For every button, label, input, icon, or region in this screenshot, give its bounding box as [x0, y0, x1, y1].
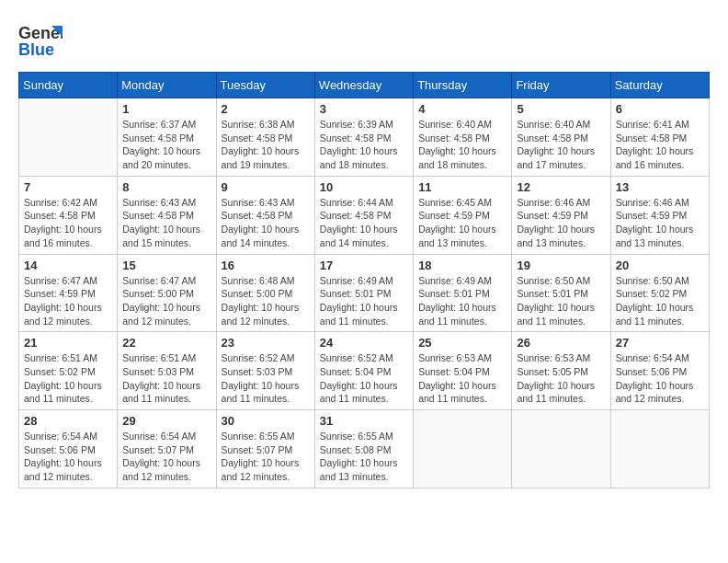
day-number: 24 — [320, 336, 408, 350]
day-number: 20 — [616, 259, 704, 272]
day-info: Sunrise: 6:51 AMSunset: 5:03 PMDaylight:… — [122, 351, 210, 406]
day-info: Sunrise: 6:51 AMSunset: 5:02 PMDaylight:… — [24, 351, 112, 406]
day-info: Sunrise: 6:54 AMSunset: 5:06 PMDaylight:… — [616, 351, 704, 406]
day-number: 7 — [24, 180, 112, 194]
calendar-cell: 21Sunrise: 6:51 AMSunset: 5:02 PMDayligh… — [19, 332, 118, 410]
calendar-cell: 10Sunrise: 6:44 AMSunset: 4:58 PMDayligh… — [314, 176, 413, 254]
day-number: 23 — [222, 336, 310, 350]
day-info: Sunrise: 6:55 AMSunset: 5:07 PMDaylight:… — [222, 430, 310, 484]
weekday-header-tuesday: Tuesday — [216, 73, 314, 98]
calendar-cell: 25Sunrise: 6:53 AMSunset: 5:04 PMDayligh… — [414, 332, 512, 410]
day-info: Sunrise: 6:40 AMSunset: 4:58 PMDaylight:… — [517, 118, 605, 172]
day-number: 26 — [517, 336, 605, 350]
day-number: 2 — [222, 102, 310, 116]
day-info: Sunrise: 6:39 AMSunset: 4:58 PMDaylight:… — [320, 118, 408, 172]
day-info: Sunrise: 6:38 AMSunset: 4:58 PMDaylight:… — [222, 118, 310, 172]
calendar-cell: 2Sunrise: 6:38 AMSunset: 4:58 PMDaylight… — [216, 98, 314, 177]
calendar-cell: 29Sunrise: 6:54 AMSunset: 5:07 PMDayligh… — [118, 410, 216, 488]
day-number: 28 — [24, 414, 112, 428]
calendar-cell: 15Sunrise: 6:47 AMSunset: 5:00 PMDayligh… — [118, 254, 216, 332]
day-info: Sunrise: 6:53 AMSunset: 5:04 PMDaylight:… — [418, 351, 506, 406]
weekday-header-thursday: Thursday — [414, 73, 512, 98]
calendar-cell: 9Sunrise: 6:43 AMSunset: 4:58 PMDaylight… — [216, 176, 314, 254]
calendar-cell: 27Sunrise: 6:54 AMSunset: 5:06 PMDayligh… — [610, 332, 709, 410]
calendar-cell: 22Sunrise: 6:51 AMSunset: 5:03 PMDayligh… — [118, 332, 216, 410]
calendar-cell: 24Sunrise: 6:52 AMSunset: 5:04 PMDayligh… — [314, 332, 413, 410]
day-number: 19 — [517, 259, 605, 272]
calendar-week-3: 14Sunrise: 6:47 AMSunset: 4:59 PMDayligh… — [19, 254, 710, 332]
day-number: 30 — [222, 414, 310, 428]
day-info: Sunrise: 6:53 AMSunset: 5:05 PMDaylight:… — [517, 351, 605, 406]
day-number: 29 — [122, 414, 210, 428]
day-info: Sunrise: 6:49 AMSunset: 5:01 PMDaylight:… — [418, 274, 506, 328]
calendar-cell: 8Sunrise: 6:43 AMSunset: 4:58 PMDaylight… — [118, 176, 216, 254]
calendar-cell: 1Sunrise: 6:37 AMSunset: 4:58 PMDaylight… — [118, 98, 216, 177]
day-number: 18 — [418, 259, 506, 272]
calendar-cell: 13Sunrise: 6:46 AMSunset: 4:59 PMDayligh… — [610, 176, 709, 254]
day-info: Sunrise: 6:43 AMSunset: 4:58 PMDaylight:… — [122, 196, 210, 250]
day-number: 1 — [122, 102, 210, 116]
calendar-week-1: 1Sunrise: 6:37 AMSunset: 4:58 PMDaylight… — [19, 98, 710, 177]
weekday-header-sunday: Sunday — [19, 73, 118, 98]
day-number: 12 — [517, 180, 605, 194]
calendar-cell: 5Sunrise: 6:40 AMSunset: 4:58 PMDaylight… — [512, 98, 610, 177]
weekday-header-friday: Friday — [512, 73, 610, 98]
day-info: Sunrise: 6:44 AMSunset: 4:58 PMDaylight:… — [320, 196, 408, 250]
calendar-cell: 16Sunrise: 6:48 AMSunset: 5:00 PMDayligh… — [216, 254, 314, 332]
day-info: Sunrise: 6:50 AMSunset: 5:02 PMDaylight:… — [616, 274, 704, 328]
calendar-cell: 26Sunrise: 6:53 AMSunset: 5:05 PMDayligh… — [512, 332, 610, 410]
calendar-cell: 31Sunrise: 6:55 AMSunset: 5:08 PMDayligh… — [314, 410, 413, 488]
weekday-header-saturday: Saturday — [610, 73, 709, 98]
day-number: 15 — [122, 259, 210, 272]
calendar-week-5: 28Sunrise: 6:54 AMSunset: 5:06 PMDayligh… — [19, 410, 710, 488]
calendar-cell: 18Sunrise: 6:49 AMSunset: 5:01 PMDayligh… — [414, 254, 512, 332]
day-number: 9 — [222, 180, 310, 194]
day-info: Sunrise: 6:46 AMSunset: 4:59 PMDaylight:… — [616, 196, 704, 250]
day-info: Sunrise: 6:55 AMSunset: 5:08 PMDaylight:… — [320, 430, 408, 484]
day-info: Sunrise: 6:50 AMSunset: 5:01 PMDaylight:… — [517, 274, 605, 328]
calendar-cell: 20Sunrise: 6:50 AMSunset: 5:02 PMDayligh… — [610, 254, 709, 332]
day-info: Sunrise: 6:37 AMSunset: 4:58 PMDaylight:… — [122, 118, 210, 172]
day-info: Sunrise: 6:52 AMSunset: 5:04 PMDaylight:… — [320, 351, 408, 406]
day-number: 27 — [616, 336, 704, 350]
logo: General Blue — [18, 18, 63, 63]
day-number: 6 — [616, 102, 704, 116]
day-info: Sunrise: 6:49 AMSunset: 5:01 PMDaylight:… — [320, 274, 408, 328]
calendar-week-4: 21Sunrise: 6:51 AMSunset: 5:02 PMDayligh… — [19, 332, 710, 410]
weekday-header-row: SundayMondayTuesdayWednesdayThursdayFrid… — [19, 73, 710, 98]
day-number: 11 — [418, 180, 506, 194]
calendar-cell: 3Sunrise: 6:39 AMSunset: 4:58 PMDaylight… — [314, 98, 413, 177]
day-number: 31 — [320, 414, 408, 428]
calendar-cell: 28Sunrise: 6:54 AMSunset: 5:06 PMDayligh… — [19, 410, 118, 488]
day-number: 16 — [222, 259, 310, 272]
day-number: 13 — [616, 180, 704, 194]
day-number: 21 — [24, 336, 112, 350]
day-info: Sunrise: 6:40 AMSunset: 4:58 PMDaylight:… — [418, 118, 506, 172]
logo-icon: General Blue — [18, 18, 63, 63]
day-number: 17 — [320, 259, 408, 272]
calendar-cell: 4Sunrise: 6:40 AMSunset: 4:58 PMDaylight… — [414, 98, 512, 177]
calendar-cell: 19Sunrise: 6:50 AMSunset: 5:01 PMDayligh… — [512, 254, 610, 332]
day-info: Sunrise: 6:48 AMSunset: 5:00 PMDaylight:… — [222, 274, 310, 328]
calendar-cell — [610, 410, 709, 488]
calendar-week-2: 7Sunrise: 6:42 AMSunset: 4:58 PMDaylight… — [19, 176, 710, 254]
calendar-cell — [512, 410, 610, 488]
day-number: 22 — [122, 336, 210, 350]
svg-text:Blue: Blue — [18, 40, 54, 59]
calendar-cell: 23Sunrise: 6:52 AMSunset: 5:03 PMDayligh… — [216, 332, 314, 410]
day-number: 25 — [418, 336, 506, 350]
day-number: 5 — [517, 102, 605, 116]
calendar-cell: 7Sunrise: 6:42 AMSunset: 4:58 PMDaylight… — [19, 176, 118, 254]
calendar-cell — [414, 410, 512, 488]
calendar-cell: 11Sunrise: 6:45 AMSunset: 4:59 PMDayligh… — [414, 176, 512, 254]
day-info: Sunrise: 6:52 AMSunset: 5:03 PMDaylight:… — [222, 351, 310, 406]
day-number: 8 — [122, 180, 210, 194]
calendar-cell: 30Sunrise: 6:55 AMSunset: 5:07 PMDayligh… — [216, 410, 314, 488]
day-info: Sunrise: 6:47 AMSunset: 4:59 PMDaylight:… — [24, 274, 112, 328]
page-header: General Blue — [18, 18, 710, 63]
day-info: Sunrise: 6:54 AMSunset: 5:06 PMDaylight:… — [24, 430, 112, 484]
day-info: Sunrise: 6:54 AMSunset: 5:07 PMDaylight:… — [122, 430, 210, 484]
day-info: Sunrise: 6:45 AMSunset: 4:59 PMDaylight:… — [418, 196, 506, 250]
weekday-header-monday: Monday — [118, 73, 216, 98]
day-number: 4 — [418, 102, 506, 116]
